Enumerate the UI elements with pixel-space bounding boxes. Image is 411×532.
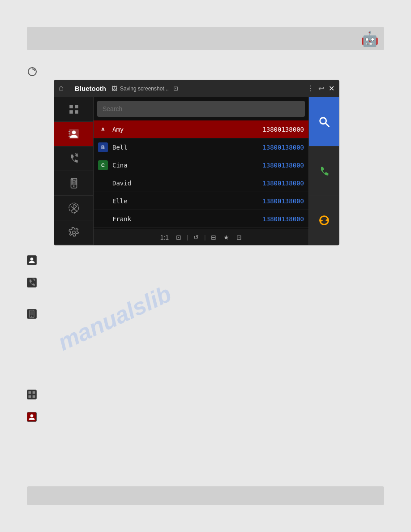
contact-number: 13800138000 — [262, 162, 304, 169]
back-icon[interactable]: ↩ — [318, 84, 324, 93]
refresh-action-button[interactable] — [309, 196, 339, 245]
top-bar: 🤖 — [27, 27, 384, 50]
svg-rect-25 — [30, 311, 34, 315]
svg-point-31 — [30, 414, 34, 417]
letter-badge — [98, 178, 108, 188]
sidebar-item-settings[interactable] — [54, 220, 93, 245]
svg-line-19 — [325, 123, 329, 126]
svg-rect-4 — [75, 110, 78, 114]
sidebar-item-contacts[interactable] — [54, 122, 93, 146]
section-contacts-icon-label — [27, 412, 384, 424]
svg-rect-27 — [29, 391, 31, 394]
contact-number: 13800138000 — [262, 215, 304, 223]
separator: | — [187, 234, 188, 240]
contact-number: 13800138000 — [262, 197, 304, 205]
layout-icon[interactable]: ⊡ — [235, 232, 244, 243]
favorite-icon[interactable]: ★ — [222, 232, 231, 243]
contact-number: 13800138000 — [262, 126, 304, 133]
window-title: Bluetooth — [75, 85, 106, 92]
svg-rect-3 — [69, 110, 73, 114]
crop-icon[interactable]: ⊟ — [209, 232, 218, 243]
letter-badge — [98, 196, 108, 206]
svg-rect-8 — [68, 133, 70, 134]
right-panel — [308, 97, 339, 245]
contact-name: David — [112, 180, 262, 187]
letter-badge: C — [98, 160, 108, 170]
contact-name: Cina — [112, 162, 262, 169]
section-calls-text — [27, 278, 384, 289]
contact-name: Amy — [112, 126, 262, 133]
svg-rect-9 — [68, 136, 70, 137]
contact-row[interactable]: Elle 13800138000 — [94, 192, 308, 210]
svg-rect-28 — [33, 391, 35, 394]
android-icon: 🤖 — [361, 30, 377, 47]
contact-name: Bell — [112, 144, 262, 151]
search-action-button[interactable] — [309, 97, 339, 146]
call-action-button[interactable] — [309, 146, 339, 196]
contact-number: 13800138000 — [262, 180, 304, 187]
bottom-toolbar: 1:1 ⊡ | ↺ | ⊟ ★ ⊡ — [94, 229, 308, 245]
svg-rect-2 — [75, 105, 78, 108]
zoom-1-1-icon[interactable]: 1:1 — [158, 232, 171, 243]
svg-rect-29 — [29, 395, 31, 398]
sidebar — [54, 97, 94, 245]
title-right: ⋮ ↩ ✕ — [307, 84, 334, 93]
rotate-icon[interactable]: ↺ — [192, 232, 201, 243]
small-icon-refresh — [27, 66, 39, 79]
letter-badge: B — [98, 142, 108, 152]
svg-point-22 — [30, 257, 34, 261]
sidebar-item-phone[interactable] — [54, 171, 93, 196]
contacts-icon-label — [27, 412, 384, 422]
footer-bar — [27, 486, 384, 505]
svg-point-6 — [72, 130, 76, 134]
svg-line-15 — [71, 206, 74, 209]
svg-line-16 — [71, 209, 74, 211]
phone-description — [27, 309, 384, 319]
contact-number: 13800138000 — [262, 144, 304, 151]
svg-point-26 — [31, 316, 33, 317]
content-area: A Amy 13800138000 B Bell 13800138000 C C… — [54, 97, 339, 245]
svg-point-17 — [72, 231, 75, 234]
calls-description — [27, 278, 384, 287]
contact-row[interactable]: B Bell 13800138000 — [94, 138, 308, 156]
section-phone-text — [27, 309, 384, 321]
svg-rect-1 — [69, 105, 73, 108]
svg-rect-30 — [33, 395, 35, 398]
contact-list: A Amy 13800138000 B Bell 13800138000 C C… — [94, 120, 308, 229]
sidebar-item-bluetooth[interactable] — [54, 196, 93, 220]
contact-name: Frank — [112, 215, 262, 223]
svg-point-12 — [73, 185, 74, 187]
svg-rect-7 — [68, 131, 70, 132]
screenshot-text: 🖼 Saving screenshot... ⊡ — [111, 85, 178, 92]
letter-badge: A — [98, 124, 108, 134]
search-bar — [97, 101, 305, 117]
svg-marker-21 — [320, 219, 323, 223]
contact-row[interactable]: Frank 13800138000 — [94, 210, 308, 228]
letter-badge — [98, 214, 108, 224]
grid-icon-label — [27, 390, 384, 399]
contact-row[interactable]: David 13800138000 — [94, 174, 308, 192]
home-icon[interactable]: ⌂ — [59, 83, 69, 94]
contact-name: Elle — [112, 197, 262, 205]
bluetooth-window: ⌂ Bluetooth 🖼 Saving screenshot... ⊡ ⋮ ↩… — [54, 80, 339, 245]
contact-row[interactable]: C Cina 13800138000 — [94, 156, 308, 174]
close-button[interactable]: ✕ — [329, 84, 334, 93]
menu-icon[interactable]: ⋮ — [307, 84, 314, 93]
sidebar-item-calls[interactable] — [54, 146, 93, 171]
separator: | — [204, 234, 206, 240]
main-panel: A Amy 13800138000 B Bell 13800138000 C C… — [94, 97, 308, 245]
title-bar: ⌂ Bluetooth 🖼 Saving screenshot... ⊡ ⋮ ↩… — [54, 80, 339, 97]
section-contacts-icon — [27, 255, 384, 265]
section-grid-icon-label — [27, 390, 384, 401]
contact-row[interactable]: A Amy 13800138000 — [94, 120, 308, 138]
sidebar-item-grid[interactable] — [54, 97, 93, 122]
search-input[interactable] — [103, 105, 300, 112]
fit-screen-icon[interactable]: ⊡ — [174, 232, 183, 243]
